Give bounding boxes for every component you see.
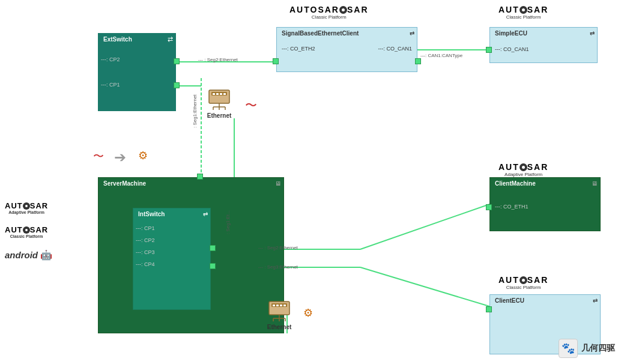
simple-ecu-co-can1: ---: CO_CAN1: [492, 46, 532, 53]
client-machine-left-connector: [486, 204, 492, 210]
int-switch-cp1: ---: CP1: [133, 225, 210, 232]
seg1-ethernet-label: : Seg1:Ethernet: [192, 80, 198, 128]
server-machine-icon: 🖥: [275, 180, 281, 187]
seg3-ethernet-label: --- : Seg3:Ethernet: [258, 264, 298, 270]
ext-switch-cp2: ---: CP2: [98, 56, 175, 63]
signal-right-connector: [415, 58, 421, 64]
ext-switch-title: ExtSwitch: [101, 35, 135, 44]
autosar-circle-left-2: [23, 226, 30, 234]
autosar-sub-1: Classic Platform: [289, 14, 369, 20]
watermark-text: 几何四驱: [581, 343, 615, 354]
server-top-connector: [197, 174, 203, 180]
client-ecu-left-connector: [486, 306, 492, 312]
autosar-logo-classic-1: AUTOSAR SAR Classic Platform: [289, 5, 369, 20]
svg-rect-18: [223, 93, 226, 95]
client-ecu-icon: ⇄: [593, 297, 598, 304]
gear-icon-1: ⚙: [138, 149, 148, 162]
autosar-sub-4: Classic Platform: [498, 285, 548, 290]
ethernet-label-1: Ethernet: [204, 112, 234, 119]
int-cp2-connector: [210, 245, 216, 251]
svg-rect-16: [216, 93, 219, 95]
android-text: android: [5, 250, 38, 260]
seg1-et-label: : Seg1:Et...: [225, 198, 231, 234]
svg-rect-17: [220, 93, 222, 95]
autosar-sub-3: Adaptive Platform: [498, 172, 548, 177]
autosar-circle-4: [520, 276, 527, 284]
ext-switch-icon: ⇄: [168, 35, 173, 43]
int-switch-cp2: ---: CP2: [133, 237, 210, 244]
wavy-icon-1: 〜: [245, 97, 257, 114]
autosar-circle-2: [520, 6, 527, 14]
signal-based-box: SignalBasedEthernetClient ⇄ ---: CO_ETH2…: [276, 27, 417, 72]
int-switch-cp3: ---: CP3: [133, 249, 210, 256]
autosar-brand-2: AUT SAR: [498, 5, 548, 14]
main-canvas: AUTOSAR SAR Classic Platform AUT SAR Cla…: [0, 0, 621, 364]
svg-rect-28: [280, 305, 282, 306]
can1-cantype-label: ---: CAN1:CANType: [420, 53, 462, 58]
autosar-brand-4: AUT SAR: [498, 275, 548, 285]
svg-rect-29: [283, 305, 286, 306]
signal-icon: ⇄: [410, 30, 414, 37]
simple-ecu-box: SimpleECU ⇄ ---: CO_CAN1: [489, 27, 598, 63]
signal-co-can1: ---: CO_CAN1: [375, 45, 414, 52]
simple-ecu-left-connector: [486, 47, 492, 53]
gear-icon-2: ⚙: [303, 306, 313, 320]
client-machine-icon: 🖥: [592, 180, 598, 187]
signal-left-connector: [273, 58, 279, 64]
ext-switch-cp1-connector: [174, 82, 180, 88]
simple-ecu-title: SimpleECU: [492, 29, 530, 38]
autosar-brand-left-1: AUT SAR: [5, 201, 48, 210]
ext-switch-cp1: ---: CP1: [98, 81, 175, 88]
signal-based-title: SignalBasedEthernetClient: [279, 29, 361, 38]
signal-co-eth2: ---: CO_ETH2: [279, 45, 318, 52]
svg-line-7: [360, 204, 489, 249]
autosar-logo-classic-2: AUT SAR Classic Platform: [498, 5, 548, 20]
watermark-paw-icon: 🐾: [562, 342, 575, 355]
svg-rect-15: [213, 93, 215, 95]
server-machine-box: ServerMachine 🖥 IntSwitch ⇄ ---: CP1 ---…: [98, 177, 284, 333]
ethernet-icon-1: Ethernet: [204, 87, 234, 119]
ext-switch-box: ExtSwitch ⇄ ---: CP2 ---: CP1: [98, 33, 176, 111]
int-switch-box: IntSwitch ⇄ ---: CP1 ---: CP2 ---: CP3 -…: [133, 208, 211, 310]
arrow-right-icon: ➔: [114, 149, 126, 166]
simple-ecu-icon: ⇄: [590, 30, 595, 37]
int-cp3-connector: [210, 263, 216, 269]
svg-rect-26: [273, 305, 275, 306]
client-machine-title: ClientMachine: [492, 179, 538, 188]
autosar-circle-3: [520, 163, 527, 171]
autosar-logo-adaptive-left: AUT SAR Adaptive Platform: [5, 201, 48, 214]
wavy-icon-2: 〜: [93, 149, 104, 163]
server-machine-title: ServerMachine: [101, 179, 148, 188]
autosar-sub-left-1: Adaptive Platform: [5, 210, 48, 214]
android-robot-icon: 🤖: [40, 249, 52, 261]
watermark-icon: 🐾: [559, 339, 578, 358]
svg-line-9: [360, 267, 489, 306]
client-machine-box: ClientMachine 🖥 ---: CO_ETH1: [489, 177, 601, 231]
client-co-eth1: ---: CO_ETH1: [492, 203, 531, 210]
autosar-sub-left-2: Classic Platform: [5, 234, 48, 238]
ext-switch-cp2-connector: [174, 58, 180, 64]
autosar-brand-3: AUT SAR: [498, 162, 548, 172]
ethernet-icon-2: Ethernet: [264, 299, 294, 330]
int-switch-title: IntSwitch: [136, 210, 167, 219]
int-switch-icon: ⇄: [203, 211, 208, 217]
autosar-circle-left: [23, 202, 30, 210]
autosar-brand-1: AUTOSAR SAR: [289, 5, 369, 14]
autosar-circle-1: [339, 6, 347, 14]
ethernet-svg-1: [204, 87, 234, 111]
watermark: 🐾 几何四驱: [559, 339, 615, 358]
android-logo: android 🤖: [5, 249, 52, 261]
seg2-ethernet-label-mid: --- : Seg2:Ethernet: [258, 245, 298, 250]
int-switch-cp4: ---: CP4: [133, 261, 210, 268]
autosar-sub-2: Classic Platform: [498, 14, 548, 20]
seg2-ethernet-label-top: --- : Seg2:Ethernet: [198, 57, 238, 62]
autosar-logo-classic-left: AUT SAR Classic Platform: [5, 225, 48, 238]
svg-rect-27: [276, 305, 279, 306]
client-ecu-title: ClientECU: [492, 296, 527, 305]
autosar-brand-left-2: AUT SAR: [5, 225, 48, 234]
autosar-logo-classic-4: AUT SAR Classic Platform: [498, 275, 548, 290]
autosar-logo-adaptive-1: AUT SAR Adaptive Platform: [498, 162, 548, 177]
ethernet-svg-2: [264, 299, 294, 323]
ethernet-label-2: Ethernet: [264, 324, 294, 330]
